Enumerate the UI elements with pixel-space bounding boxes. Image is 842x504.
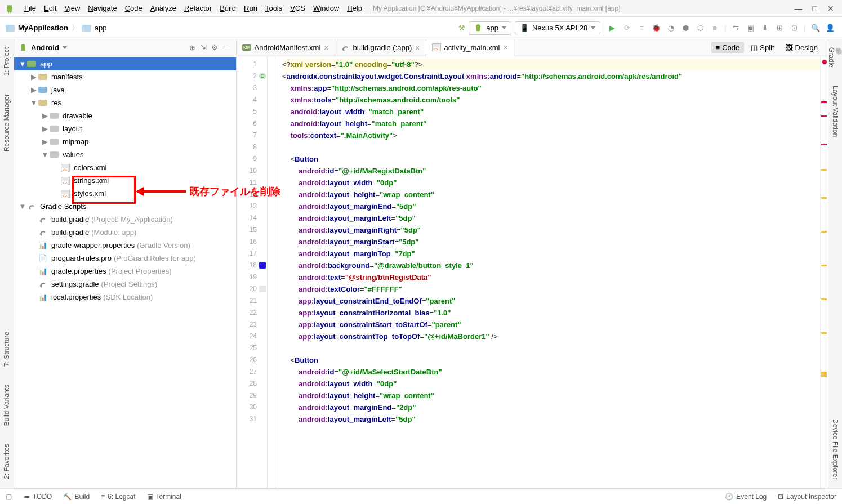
folder-icon xyxy=(6,25,15,32)
gear-icon[interactable]: ⚙ xyxy=(209,42,220,53)
left-tool-strip: 1: Project Resource Manager 7: Structure… xyxy=(0,39,14,488)
tree-node-build-gradle-project[interactable]: build.gradle(Project: My_Application) xyxy=(14,213,236,226)
tab-build-gradle[interactable]: build.gradle (:app)× xyxy=(335,39,426,56)
menu-analyze[interactable]: Analyze xyxy=(146,4,180,12)
tab-activity-main[interactable]: activity_main.xml× xyxy=(426,39,514,56)
maximize-button[interactable]: □ xyxy=(813,4,817,13)
menu-bar: FileEditViewNavigateCodeAnalyzeRefactorB… xyxy=(0,0,842,17)
run-config-combo[interactable]: app xyxy=(469,21,511,35)
expand-icon[interactable]: ⇲ xyxy=(198,42,209,53)
status-event-log[interactable]: 🕐Event Log xyxy=(725,493,767,501)
attach-debugger-button[interactable]: ⬡ xyxy=(695,23,705,33)
tab-gradle[interactable]: 🐘Gradle xyxy=(826,44,843,71)
tree-node-mipmap[interactable]: ▶mipmap xyxy=(14,135,236,148)
run-button[interactable]: ▶ xyxy=(607,23,617,33)
status-logcat[interactable]: ≡6: Logcat xyxy=(101,493,135,501)
project-panel-header: Android ⊕ ⇲ ⚙ — xyxy=(14,39,236,56)
menu-view[interactable]: View xyxy=(60,4,84,12)
status-todo[interactable]: ≔TODO xyxy=(23,493,52,501)
device-combo[interactable]: 📱 Nexus 5X API 28 xyxy=(515,21,600,34)
hide-icon[interactable]: — xyxy=(220,42,231,53)
error-stripe[interactable] xyxy=(820,56,828,488)
fold-gutter[interactable] xyxy=(268,56,275,488)
menu-edit[interactable]: Edit xyxy=(40,4,60,12)
annotation-text: 既存ファイルを削除 xyxy=(189,185,280,198)
tree-node-drawable[interactable]: ▶drawable xyxy=(14,109,236,122)
tool-windows-icon[interactable]: ▢ xyxy=(6,493,12,501)
menu-file[interactable]: File xyxy=(20,4,40,12)
window-title: My Application [C:¥Android¥MyApplication… xyxy=(373,5,791,12)
coverage-button[interactable]: ⬢ xyxy=(680,23,690,33)
menu-refactor[interactable]: Refactor xyxy=(180,4,216,12)
tree-node-values[interactable]: ▼values xyxy=(14,148,236,161)
design-view-button[interactable]: 🖼Design xyxy=(781,42,822,53)
status-bar: ▢ ≔TODO 🔨Build ≡6: Logcat ▣Terminal 🕐Eve… xyxy=(0,488,842,504)
menu-items: FileEditViewNavigateCodeAnalyzeRefactorB… xyxy=(20,4,366,12)
tree-node-app[interactable]: ▼app xyxy=(14,57,236,70)
menu-window[interactable]: Window xyxy=(309,4,343,12)
tree-node-gradle-wrapper[interactable]: 📊gradle-wrapper.properties(Gradle Versio… xyxy=(14,239,236,252)
tree-node-build-gradle-app[interactable]: build.gradle(Module: app) xyxy=(14,226,236,239)
breadcrumb[interactable]: MyApplication 〉 app xyxy=(0,23,107,33)
tab-android-manifest[interactable]: MF AndroidManifest.xml× xyxy=(237,39,335,56)
profile-button[interactable]: ◔ xyxy=(666,23,676,33)
apply-changes-button[interactable]: ⟳ xyxy=(622,23,632,33)
select-opened-file-icon[interactable]: ⊕ xyxy=(186,42,198,53)
user-icon[interactable]: 👤 xyxy=(825,23,835,33)
search-button[interactable]: 🔍 xyxy=(810,23,821,33)
editor-tabs: MF AndroidManifest.xml× build.gradle (:a… xyxy=(237,39,828,56)
tab-favorites[interactable]: 2: Favorites xyxy=(2,440,12,483)
line-gutter[interactable]: 12C3456789101112131415161718192021222324… xyxy=(237,56,268,488)
apply-code-button[interactable]: ≡ xyxy=(636,23,647,33)
split-view-button[interactable]: ◫Split xyxy=(746,42,778,53)
layout-inspector-icon: ⊡ xyxy=(778,493,783,501)
editor-body[interactable]: 12C3456789101112131415161718192021222324… xyxy=(237,56,828,488)
tab-structure[interactable]: 7: Structure xyxy=(2,328,12,370)
project-panel: Android ⊕ ⇲ ⚙ — ▼app ▶manifests ▶java ▼r… xyxy=(14,39,237,488)
code-content[interactable]: <?xml version="1.0" encoding="utf-8"?><a… xyxy=(275,56,820,488)
run-configurations: ⚒ app 📱 Nexus 5X API 28 xyxy=(458,21,600,35)
stop-button[interactable]: ■ xyxy=(710,23,720,33)
tree-node-settings-gradle[interactable]: settings.gradle(Project Settings) xyxy=(14,278,236,291)
menu-run[interactable]: Run xyxy=(240,4,261,12)
menu-tools[interactable]: Tools xyxy=(261,4,286,12)
tab-project[interactable]: 1: Project xyxy=(2,44,12,79)
tree-node-manifests[interactable]: ▶manifests xyxy=(14,70,236,83)
tree-node-colors-xml[interactable]: colors.xml xyxy=(14,161,236,174)
tree-node-res[interactable]: ▼res xyxy=(14,96,236,109)
chevron-down-icon xyxy=(63,46,67,49)
debug-button[interactable]: 🐞 xyxy=(651,23,661,33)
sdk-manager-button[interactable]: ⬇ xyxy=(760,23,770,33)
event-log-icon: 🕐 xyxy=(725,493,733,501)
menu-help[interactable]: Help xyxy=(343,4,366,12)
resource-manager-button[interactable]: ⊞ xyxy=(775,23,785,33)
minimize-button[interactable]: — xyxy=(795,4,803,13)
tree-node-local-properties[interactable]: 📊local.properties(SDK Location) xyxy=(14,291,236,304)
layout-inspector-button[interactable]: ⊡ xyxy=(790,23,800,33)
tree-node-layout[interactable]: ▶layout xyxy=(14,122,236,135)
close-icon[interactable]: × xyxy=(503,43,507,52)
tab-build-variants[interactable]: Build Variants xyxy=(2,381,12,429)
status-build[interactable]: 🔨Build xyxy=(63,493,90,501)
close-icon[interactable]: × xyxy=(324,43,328,52)
tab-layout-validation[interactable]: Layout Validation xyxy=(830,82,840,140)
status-layout-inspector[interactable]: ⊡Layout Inspector xyxy=(778,493,836,501)
tab-device-file-explorer[interactable]: Device File Explorer xyxy=(830,416,840,483)
tree-node-gradle-properties[interactable]: 📊gradle.properties(Project Properties) xyxy=(14,265,236,278)
avd-manager-button[interactable]: ▣ xyxy=(746,23,756,33)
menu-navigate[interactable]: Navigate xyxy=(84,4,121,12)
tab-resource-manager[interactable]: Resource Manager xyxy=(2,91,12,155)
menu-build[interactable]: Build xyxy=(216,4,240,12)
tree-node-gradle-scripts[interactable]: ▼Gradle Scripts xyxy=(14,200,236,213)
code-view-button[interactable]: ≡Code xyxy=(711,42,745,53)
tree-node-proguard[interactable]: 📄proguard-rules.pro(ProGuard Rules for a… xyxy=(14,252,236,265)
build-icon[interactable]: ⚒ xyxy=(458,24,465,32)
project-tree[interactable]: ▼app ▶manifests ▶java ▼res ▶drawable ▶la… xyxy=(14,56,236,488)
close-icon[interactable]: × xyxy=(415,43,420,52)
tree-node-java[interactable]: ▶java xyxy=(14,83,236,96)
menu-code[interactable]: Code xyxy=(121,4,146,12)
sync-gradle-button[interactable]: ⇆ xyxy=(731,23,741,33)
status-terminal[interactable]: ▣Terminal xyxy=(147,493,181,501)
menu-vcs[interactable]: VCS xyxy=(286,4,309,12)
close-button[interactable]: ✕ xyxy=(827,4,834,13)
